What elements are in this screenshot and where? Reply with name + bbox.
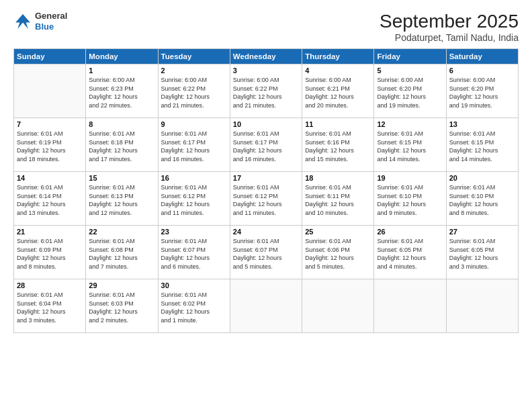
title-block: September 2025 Podaturpet, Tamil Nadu, I… [380, 11, 519, 43]
day-number: 29 [89, 281, 154, 289]
calendar-cell: 27Sunrise: 6:01 AM Sunset: 6:05 PM Dayli… [446, 226, 518, 279]
day-number: 10 [233, 120, 299, 128]
calendar-header: SundayMondayTuesdayWednesdayThursdayFrid… [14, 49, 519, 64]
day-number: 17 [233, 174, 299, 182]
logo-blue: Blue [35, 21, 67, 32]
day-number: 13 [449, 120, 515, 128]
day-info: Sunrise: 6:00 AM Sunset: 6:21 PM Dayligh… [305, 76, 371, 109]
svg-marker-0 [15, 14, 30, 29]
calendar-cell: 16Sunrise: 6:01 AM Sunset: 6:12 PM Dayli… [158, 172, 230, 226]
calendar-cell: 7Sunrise: 6:01 AM Sunset: 6:19 PM Daylig… [14, 118, 86, 172]
day-number: 18 [305, 174, 371, 182]
day-number: 20 [449, 174, 515, 182]
calendar-week-row: 7Sunrise: 6:01 AM Sunset: 6:19 PM Daylig… [14, 118, 519, 172]
logo-text: General Blue [35, 11, 67, 32]
day-number: 26 [377, 228, 443, 236]
calendar-cell: 19Sunrise: 6:01 AM Sunset: 6:10 PM Dayli… [374, 172, 446, 226]
day-number: 19 [377, 174, 443, 182]
page-subtitle: Podaturpet, Tamil Nadu, India [380, 32, 519, 43]
day-number: 6 [449, 66, 515, 75]
day-info: Sunrise: 6:01 AM Sunset: 6:16 PM Dayligh… [305, 130, 371, 163]
day-info: Sunrise: 6:00 AM Sunset: 6:23 PM Dayligh… [89, 76, 154, 109]
day-info: Sunrise: 6:00 AM Sunset: 6:20 PM Dayligh… [377, 76, 443, 109]
calendar-cell: 13Sunrise: 6:01 AM Sunset: 6:15 PM Dayli… [446, 118, 518, 172]
day-info: Sunrise: 6:01 AM Sunset: 6:19 PM Dayligh… [17, 130, 83, 163]
calendar-cell: 22Sunrise: 6:01 AM Sunset: 6:08 PM Dayli… [86, 226, 158, 279]
calendar-cell: 11Sunrise: 6:01 AM Sunset: 6:16 PM Dayli… [302, 118, 374, 172]
logo-general: General [35, 11, 67, 21]
day-number: 12 [377, 120, 443, 128]
day-info: Sunrise: 6:01 AM Sunset: 6:10 PM Dayligh… [449, 183, 515, 217]
calendar-cell: 12Sunrise: 6:01 AM Sunset: 6:15 PM Dayli… [374, 118, 446, 172]
calendar-cell: 2Sunrise: 6:00 AM Sunset: 6:22 PM Daylig… [158, 64, 230, 118]
day-info: Sunrise: 6:01 AM Sunset: 6:10 PM Dayligh… [377, 183, 443, 217]
calendar-cell: 21Sunrise: 6:01 AM Sunset: 6:09 PM Dayli… [14, 226, 86, 279]
day-info: Sunrise: 6:01 AM Sunset: 6:12 PM Dayligh… [161, 183, 227, 217]
page-title: September 2025 [380, 11, 519, 32]
day-number: 3 [233, 66, 299, 75]
day-number: 25 [305, 228, 371, 236]
calendar-cell: 14Sunrise: 6:01 AM Sunset: 6:14 PM Dayli… [14, 172, 86, 226]
calendar-cell: 25Sunrise: 6:01 AM Sunset: 6:06 PM Dayli… [302, 226, 374, 279]
page: General Blue September 2025 Podaturpet, … [0, 0, 532, 411]
weekday-header-tuesday: Tuesday [158, 49, 230, 64]
calendar-cell: 8Sunrise: 6:01 AM Sunset: 6:18 PM Daylig… [86, 118, 158, 172]
day-info: Sunrise: 6:01 AM Sunset: 6:17 PM Dayligh… [161, 130, 227, 163]
calendar-cell: 20Sunrise: 6:01 AM Sunset: 6:10 PM Dayli… [446, 172, 518, 226]
calendar-cell: 9Sunrise: 6:01 AM Sunset: 6:17 PM Daylig… [158, 118, 230, 172]
day-info: Sunrise: 6:01 AM Sunset: 6:08 PM Dayligh… [89, 237, 154, 271]
day-info: Sunrise: 6:01 AM Sunset: 6:17 PM Dayligh… [233, 130, 299, 163]
calendar-cell: 1Sunrise: 6:00 AM Sunset: 6:23 PM Daylig… [86, 64, 158, 118]
weekday-header-monday: Monday [86, 49, 158, 64]
calendar-cell: 28Sunrise: 6:01 AM Sunset: 6:04 PM Dayli… [14, 279, 86, 333]
day-number: 27 [449, 228, 515, 236]
day-info: Sunrise: 6:01 AM Sunset: 6:12 PM Dayligh… [233, 183, 299, 217]
day-info: Sunrise: 6:01 AM Sunset: 6:07 PM Dayligh… [233, 237, 299, 271]
calendar-cell: 24Sunrise: 6:01 AM Sunset: 6:07 PM Dayli… [230, 226, 302, 279]
calendar: SundayMondayTuesdayWednesdayThursdayFrid… [13, 48, 519, 333]
day-info: Sunrise: 6:00 AM Sunset: 6:20 PM Dayligh… [449, 76, 515, 109]
day-info: Sunrise: 6:01 AM Sunset: 6:15 PM Dayligh… [377, 130, 443, 163]
day-info: Sunrise: 6:01 AM Sunset: 6:07 PM Dayligh… [161, 237, 227, 271]
day-info: Sunrise: 6:01 AM Sunset: 6:14 PM Dayligh… [17, 183, 83, 217]
calendar-week-row: 21Sunrise: 6:01 AM Sunset: 6:09 PM Dayli… [14, 226, 519, 279]
calendar-week-row: 1Sunrise: 6:00 AM Sunset: 6:23 PM Daylig… [14, 64, 519, 118]
calendar-cell [230, 279, 302, 333]
calendar-cell: 6Sunrise: 6:00 AM Sunset: 6:20 PM Daylig… [446, 64, 518, 118]
calendar-cell: 3Sunrise: 6:00 AM Sunset: 6:22 PM Daylig… [230, 64, 302, 118]
calendar-week-row: 14Sunrise: 6:01 AM Sunset: 6:14 PM Dayli… [14, 172, 519, 226]
day-info: Sunrise: 6:00 AM Sunset: 6:22 PM Dayligh… [161, 76, 227, 109]
day-number: 16 [161, 174, 227, 182]
calendar-cell: 4Sunrise: 6:00 AM Sunset: 6:21 PM Daylig… [302, 64, 374, 118]
day-number: 14 [17, 174, 83, 182]
logo-icon [13, 12, 32, 31]
day-info: Sunrise: 6:01 AM Sunset: 6:03 PM Dayligh… [89, 291, 154, 324]
day-info: Sunrise: 6:01 AM Sunset: 6:06 PM Dayligh… [305, 237, 371, 271]
day-number: 9 [161, 120, 227, 128]
day-number: 8 [89, 120, 154, 128]
calendar-week-row: 28Sunrise: 6:01 AM Sunset: 6:04 PM Dayli… [14, 279, 519, 333]
calendar-cell [446, 279, 518, 333]
calendar-cell: 18Sunrise: 6:01 AM Sunset: 6:11 PM Dayli… [302, 172, 374, 226]
day-info: Sunrise: 6:01 AM Sunset: 6:09 PM Dayligh… [17, 237, 83, 271]
calendar-cell [374, 279, 446, 333]
day-info: Sunrise: 6:01 AM Sunset: 6:02 PM Dayligh… [161, 291, 227, 324]
weekday-header-saturday: Saturday [446, 49, 518, 64]
day-number: 30 [161, 281, 227, 289]
logo: General Blue [13, 11, 67, 32]
header: General Blue September 2025 Podaturpet, … [13, 11, 519, 43]
calendar-cell: 23Sunrise: 6:01 AM Sunset: 6:07 PM Dayli… [158, 226, 230, 279]
day-info: Sunrise: 6:01 AM Sunset: 6:11 PM Dayligh… [305, 183, 371, 217]
day-info: Sunrise: 6:00 AM Sunset: 6:22 PM Dayligh… [233, 76, 299, 109]
calendar-cell: 30Sunrise: 6:01 AM Sunset: 6:02 PM Dayli… [158, 279, 230, 333]
day-number: 1 [89, 66, 154, 75]
day-number: 11 [305, 120, 371, 128]
weekday-header-sunday: Sunday [14, 49, 86, 64]
day-number: 28 [17, 281, 83, 289]
day-number: 21 [17, 228, 83, 236]
day-number: 15 [89, 174, 154, 182]
calendar-cell [302, 279, 374, 333]
calendar-body: 1Sunrise: 6:00 AM Sunset: 6:23 PM Daylig… [14, 64, 519, 333]
day-number: 5 [377, 66, 443, 75]
calendar-cell: 17Sunrise: 6:01 AM Sunset: 6:12 PM Dayli… [230, 172, 302, 226]
